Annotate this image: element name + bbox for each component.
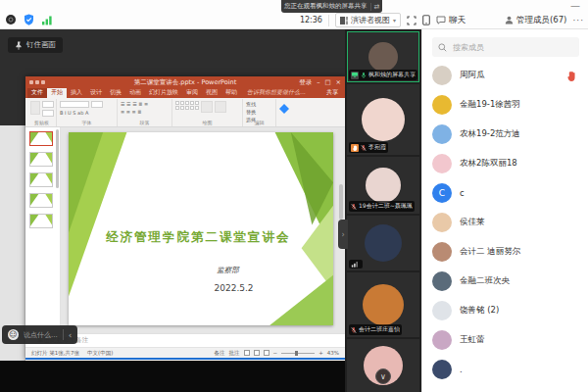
ribbon-group-addin[interactable] [276, 99, 343, 126]
slide-thumbnail[interactable] [29, 131, 53, 146]
more-options-button[interactable]: ··· [572, 16, 584, 25]
mic-muted-icon [361, 144, 367, 152]
collapse-strip-handle[interactable]: › [338, 220, 348, 249]
fullscreen-icon[interactable] [407, 16, 416, 25]
slide-sorter-view-icon[interactable] [254, 350, 260, 356]
ppt-ribbon-tab[interactable]: 插入 [67, 87, 86, 98]
member-row[interactable]: 周阿瓜 [422, 61, 588, 90]
video-tile[interactable]: 李宛霞 [347, 84, 419, 155]
shared-screen-region: 钉住画面 第二课堂宣讲会.pptx - PowerPoint 登录 – □ × … [0, 29, 345, 392]
person-icon [505, 16, 514, 24]
ppt-ribbon-tab[interactable]: 视图 [202, 87, 221, 98]
collapse-chat-icon[interactable]: ‹ [69, 330, 73, 340]
member-row[interactable]: 侯佳莱 [422, 208, 588, 237]
slide-thumbnail[interactable] [29, 152, 53, 167]
pin-view-label: 钉住画面 [26, 40, 56, 50]
zoom-in-button[interactable]: + [318, 350, 323, 356]
ppt-share-button[interactable]: 共享 [321, 87, 343, 98]
slide-title: 经济管理学院第二课堂宣讲会 [100, 229, 296, 246]
member-row[interactable]: . [422, 355, 588, 384]
ppt-ribbon-tab[interactable]: 审阅 [182, 87, 202, 98]
video-tile[interactable]: 枫和烛的屏幕共享 [347, 31, 419, 82]
member-avatar: C [432, 183, 452, 203]
layout-view-button[interactable]: 演讲者视图 ▾ [335, 13, 401, 27]
ribbon-group-clipboard[interactable]: 剪贴板 [27, 99, 57, 126]
member-row[interactable]: 饶善铭 (2) [422, 296, 588, 325]
audio-device-icon[interactable] [5, 14, 17, 25]
member-row[interactable]: 金融二班次央 [422, 267, 588, 296]
ppt-ribbon-tab[interactable]: 切换 [106, 87, 125, 98]
language-indicator[interactable]: 中文(中国) [87, 350, 113, 357]
zoom-slider[interactable] [281, 353, 315, 354]
video-tile[interactable]: 19会计二班~聂珮珮 [347, 157, 419, 214]
slideshow-view-icon[interactable] [264, 350, 270, 356]
member-name: 侯佳莱 [460, 217, 578, 228]
member-avatar [432, 330, 452, 350]
chat-tab[interactable]: 聊天 [436, 15, 466, 26]
ribbon-group-editing[interactable]: 查找 替换 选择 编辑 [243, 99, 276, 126]
canvas-scrollbar[interactable] [339, 184, 343, 220]
ppt-minimize-icon[interactable]: – [317, 78, 319, 86]
member-row[interactable]: 金融19-1徐茜羽 [422, 90, 588, 120]
video-tile[interactable]: ∨ [347, 339, 419, 392]
slide-counter: 幻灯片 第1张,共7张 [31, 350, 79, 357]
member-name: 会计二 迪丽努尔 [460, 246, 578, 258]
ppt-ribbon-tab[interactable]: 帮助 [221, 87, 241, 98]
participant-name: 会计二班庄嘉怡 [359, 325, 400, 334]
member-avatar [432, 154, 452, 173]
ppt-ribbon-tab[interactable]: 设计 [86, 87, 106, 98]
member-row[interactable]: 农林2陈双丽18 [422, 149, 588, 178]
network-signal-icon[interactable] [41, 15, 53, 25]
member-search-input[interactable] [451, 42, 568, 53]
minimize-window-button[interactable]: — [570, 0, 580, 11]
ribbon-group-drawing[interactable]: 绘图 [172, 99, 243, 126]
mic-muted-icon [351, 203, 357, 211]
ppt-signin-label[interactable]: 登录 [299, 78, 312, 87]
ppt-ribbon-tab[interactable]: 幻灯片放映 [145, 87, 182, 98]
ppt-ribbon-tab[interactable]: 开始 [47, 87, 67, 98]
zoom-out-button[interactable]: − [273, 350, 278, 356]
slide-thumbnail[interactable] [29, 214, 53, 228]
ppt-ribbon: 剪贴板 B I U S ab A 字体 ☰ ☰ ☰ ≣ ≡ ≡ ≡ ≡ ≣ 段落 [25, 98, 345, 127]
participant-name: 李宛霞 [368, 143, 386, 152]
comments-toggle[interactable]: 批注 [229, 350, 240, 357]
zoom-level[interactable]: 43% [327, 350, 339, 356]
ppt-restore-icon[interactable]: □ [324, 78, 330, 86]
screen-share-notice: 您正在观看枫和烛的屏幕共享 ⇄ [281, 0, 382, 13]
video-tile[interactable]: 会计二班庄嘉怡 [347, 272, 419, 337]
slide-date: 2022.5.2 [215, 283, 254, 293]
pin-view-button[interactable]: 钉住画面 [8, 37, 63, 53]
video-tile[interactable] [347, 216, 419, 270]
normal-view-icon[interactable] [244, 350, 250, 356]
quick-chat-placeholder[interactable]: 说点什么... [24, 330, 58, 340]
ppt-tellme-box[interactable]: 告诉我你想要做什么... [241, 87, 312, 98]
member-row[interactable]: 农林19-2范方迪 [422, 120, 588, 149]
ppt-ribbon-tab[interactable]: 动画 [125, 87, 145, 98]
thumbnail-scrollbar[interactable] [56, 129, 59, 188]
switch-view-icon[interactable]: ⇄ [370, 3, 380, 11]
security-shield-icon[interactable] [24, 14, 34, 25]
ppt-window-controls: 登录 – □ × [299, 78, 341, 87]
ribbon-group-font[interactable]: B I U S ab A 字体 [57, 99, 118, 126]
member-search-box[interactable] [432, 37, 579, 57]
scroll-down-button[interactable]: ∨ [375, 368, 391, 384]
ribbon-group-paragraph[interactable]: ☰ ☰ ☰ ≣ ≡ ≡ ≡ ≡ ≣ 段落 [118, 99, 172, 126]
manage-members-tab[interactable]: 管理成员(67) [505, 15, 566, 26]
layout-grid-icon [340, 17, 348, 24]
ppt-close-icon[interactable]: × [336, 78, 341, 86]
slide-thumbnail[interactable] [29, 193, 53, 208]
member-panel: 周阿瓜 金融19-1徐茜羽 农林19-2范方迪 农林2陈双丽18 [421, 29, 588, 392]
slide-thumbnail-panel [25, 127, 61, 333]
ppt-workspace: 经济管理学院第二课堂宣讲会 监察部 2022.5.2 [25, 127, 345, 333]
member-row[interactable]: C c [422, 178, 588, 208]
quick-chat-bar[interactable]: ☺ 说点什么... ‹ [2, 325, 77, 344]
member-row[interactable]: 王虹蕾 [422, 325, 588, 355]
emoji-icon[interactable]: ☺ [8, 329, 19, 340]
divider [63, 329, 64, 340]
slide-thumbnail[interactable] [29, 172, 53, 187]
member-row[interactable]: 会计二 迪丽努尔 [422, 237, 588, 267]
current-slide[interactable]: 经济管理学院第二课堂宣讲会 监察部 2022.5.2 [69, 132, 333, 325]
ppt-ribbon-tab[interactable]: 文件 [27, 87, 47, 98]
notes-toggle[interactable]: 备注 [215, 350, 225, 357]
phone-mode-icon[interactable] [422, 15, 430, 25]
